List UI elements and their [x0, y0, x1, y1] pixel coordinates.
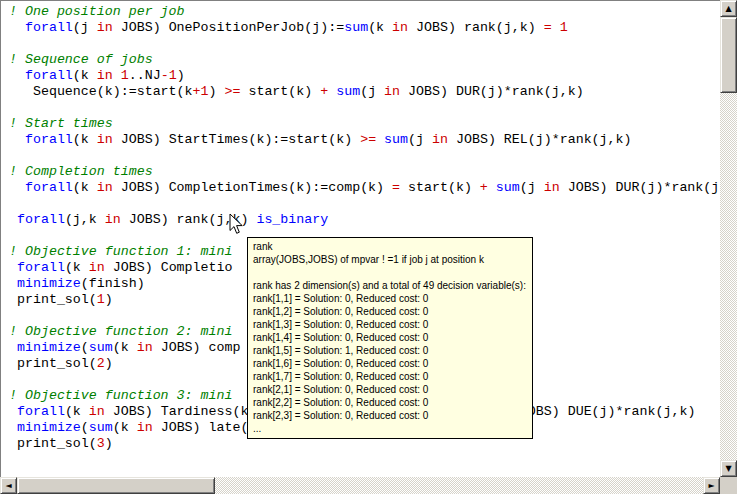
code-token: >=: [224, 84, 240, 99]
code-token: JOBS) REL(j)*rank(j,k): [448, 132, 632, 147]
horizontal-scrollbar[interactable]: ◄ ►: [0, 477, 720, 494]
code-token: (: [81, 420, 89, 435]
code-line[interactable]: forall(k in JOBS) CompletionTimes(k):=co…: [9, 180, 720, 196]
code-token: [9, 276, 17, 291]
tooltip-declaration: array(JOBS,JOBS) of mpvar ! =1 if job j …: [253, 253, 526, 266]
scroll-left-button[interactable]: ◄: [0, 477, 17, 494]
code-line[interactable]: forall(k in JOBS) StartTimes(k):=start(k…: [9, 132, 720, 148]
code-token: ): [177, 68, 185, 83]
code-token: ): [105, 356, 113, 371]
code-token: (j: [73, 20, 97, 35]
code-token: (j: [360, 84, 384, 99]
code-token: sum: [89, 340, 113, 355]
tooltip-entry: rank[1,2] = Solution: 0, Reduced cost: 0: [253, 305, 526, 318]
code-token: sum: [496, 180, 520, 195]
scroll-down-button[interactable]: ▼: [720, 460, 737, 477]
code-token: +1: [193, 84, 209, 99]
code-token: JOBS) Completio: [105, 260, 233, 275]
arrow-down-icon: ▼: [725, 465, 731, 473]
vertical-scrollbar[interactable]: ▲ ▼: [720, 0, 737, 477]
code-token: in: [89, 404, 105, 419]
mouse-cursor-icon: [229, 213, 247, 237]
code-token: (k: [113, 340, 137, 355]
code-token: JOBS) rank(j,k): [408, 20, 544, 35]
tooltip-entry: rank[2,2] = Solution: 0, Reduced cost: 0: [253, 396, 526, 409]
code-token: ! Sequence of jobs: [9, 52, 153, 67]
code-token: minimize: [17, 340, 81, 355]
code-line[interactable]: Sequence(k):=start(k+1) >= start(k) + su…: [9, 84, 720, 100]
code-token: +: [480, 180, 488, 195]
code-token: in: [137, 340, 153, 355]
code-token: [113, 68, 121, 83]
code-token: ! Objective function 3: mini: [9, 388, 232, 403]
code-token: forall: [25, 180, 73, 195]
code-token: [376, 132, 384, 147]
code-line[interactable]: forall(j in JOBS) OnePositionPerJob(j):=…: [9, 20, 720, 36]
code-token: ! Completion times: [9, 164, 153, 179]
tooltip-entry: rank[2,3] = Solution: 0, Reduced cost: 0: [253, 409, 526, 422]
code-token: ! Start times: [9, 116, 113, 131]
code-token: [9, 404, 17, 419]
code-token: (k: [113, 420, 137, 435]
code-token: JOBS) comp: [153, 340, 241, 355]
code-token: JOBS) DUE(j)*rank(j,k): [512, 404, 696, 419]
code-token: -1: [161, 68, 177, 83]
vertical-scroll-thumb[interactable]: [720, 17, 737, 93]
code-token: (k: [73, 180, 97, 195]
scrollbar-corner: [720, 477, 737, 494]
code-token: sum: [384, 132, 408, 147]
code-line[interactable]: [9, 100, 720, 116]
tooltip-entry: rank[1,7] = Solution: 0, Reduced cost: 0: [253, 370, 526, 383]
code-token: ): [209, 84, 225, 99]
code-token: ..NJ: [129, 68, 161, 83]
code-token: 1: [121, 68, 129, 83]
code-token: print_sol(: [9, 292, 97, 307]
code-line[interactable]: forall(k in 1..NJ-1): [9, 68, 720, 84]
code-token: [9, 260, 17, 275]
code-token: in: [105, 212, 121, 227]
code-token: JOBS) OnePositionPerJob(j):=: [113, 20, 344, 35]
code-token: [488, 180, 496, 195]
code-line[interactable]: ! One position per job: [9, 4, 720, 20]
scroll-up-button[interactable]: ▲: [720, 0, 737, 17]
code-token: in: [137, 420, 153, 435]
code-token: JOBS) DUR(j)*rank(j,k): [560, 180, 720, 195]
code-token: minimize: [17, 420, 81, 435]
code-token: in: [97, 180, 113, 195]
scroll-right-button[interactable]: ►: [703, 477, 720, 494]
horizontal-scroll-thumb[interactable]: [17, 477, 215, 494]
code-token: [9, 340, 17, 355]
tooltip-variable-name: rank: [253, 240, 526, 253]
code-token: (k: [65, 404, 89, 419]
code-line[interactable]: ! Sequence of jobs: [9, 52, 720, 68]
code-token: ! Objective function 1: mini: [9, 244, 232, 259]
code-token: 1: [97, 292, 105, 307]
code-token: (j,k: [65, 212, 105, 227]
code-line[interactable]: ! Start times: [9, 116, 720, 132]
code-token: Sequence(k):=start(k: [9, 84, 193, 99]
code-token: forall: [25, 20, 73, 35]
code-token: sum: [89, 420, 113, 435]
tooltip-entry: rank[1,1] = Solution: 0, Reduced cost: 0: [253, 292, 526, 305]
code-token: forall: [17, 260, 65, 275]
code-line[interactable]: [9, 148, 720, 164]
code-token: (j: [408, 132, 432, 147]
code-token: JOBS) DUR(j)*rank(j,k): [400, 84, 584, 99]
tooltip-entry: rank[2,1] = Solution: 0, Reduced cost: 0: [253, 383, 526, 396]
code-token: (j: [520, 180, 544, 195]
code-token: (k: [73, 132, 97, 147]
code-line[interactable]: forall(j,k in JOBS) rank(j,k) is_binary: [9, 212, 720, 228]
tooltip-summary: rank has 2 dimension(s) and a total of 4…: [253, 279, 526, 292]
code-line[interactable]: ! Completion times: [9, 164, 720, 180]
code-token: in: [97, 132, 113, 147]
code-line[interactable]: [9, 36, 720, 52]
code-editor-window: ! One position per job forall(j in JOBS)…: [0, 0, 737, 494]
code-token: (: [81, 340, 89, 355]
code-token: (finish): [81, 276, 145, 291]
code-line[interactable]: [9, 196, 720, 212]
code-token: forall: [25, 132, 73, 147]
code-token: (k: [73, 68, 97, 83]
code-token: [328, 84, 336, 99]
code-token: >=: [360, 132, 376, 147]
code-token: [9, 212, 17, 227]
